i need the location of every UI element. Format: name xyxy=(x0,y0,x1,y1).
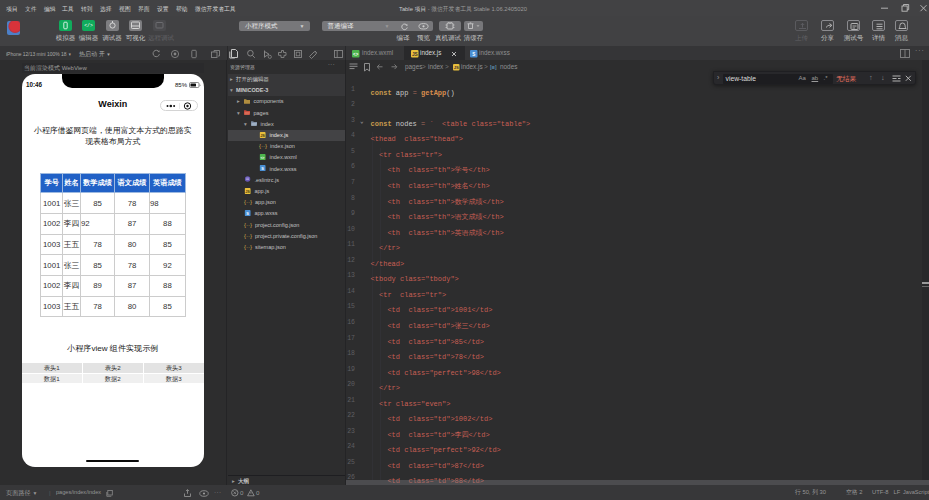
svg-text:S: S xyxy=(246,211,249,216)
svg-text:<>: <> xyxy=(261,155,265,159)
svg-text:JS: JS xyxy=(260,132,265,137)
svg-text:JS: JS xyxy=(245,188,250,193)
svg-text:</>: </> xyxy=(84,23,93,28)
svg-text:JS: JS xyxy=(412,52,419,57)
svg-text:<>: <> xyxy=(353,51,359,56)
svg-text:S: S xyxy=(472,51,475,56)
svg-text:S: S xyxy=(261,166,264,171)
svg-text:JS: JS xyxy=(453,65,458,70)
